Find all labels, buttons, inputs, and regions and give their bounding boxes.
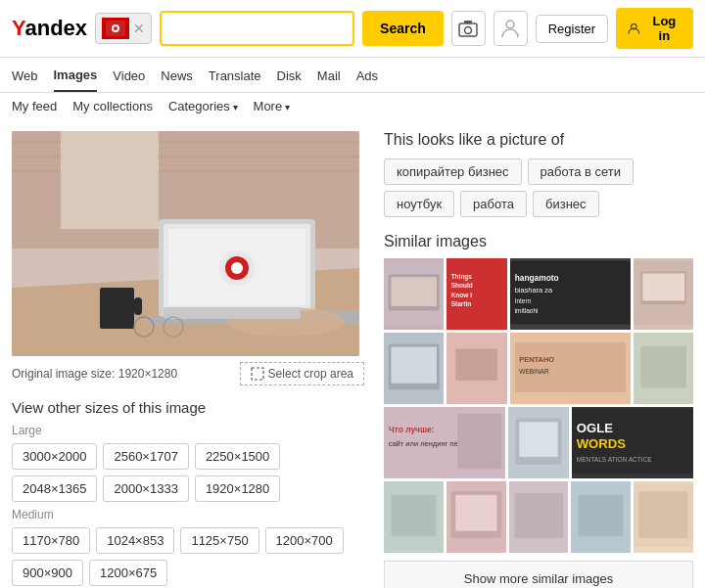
similar-image-5[interactable]	[384, 333, 444, 404]
svg-text:hangamoto: hangamoto	[514, 273, 558, 283]
svg-text:MENTALS ATION ACTICE: MENTALS ATION ACTICE	[577, 456, 653, 463]
person-icon[interactable]	[494, 11, 528, 46]
svg-text:Startin: Startin	[451, 300, 472, 307]
size-1170x780[interactable]: 1170×780	[12, 527, 90, 554]
search-thumbnail[interactable]: ✕	[95, 13, 152, 44]
header-right: Register Log in	[536, 8, 693, 49]
svg-point-2	[114, 26, 118, 30]
similar-image-8[interactable]	[634, 333, 693, 404]
category-laptop[interactable]: ноутбук	[384, 191, 454, 217]
tab-translate[interactable]: Translate	[209, 63, 261, 91]
tab-mail[interactable]: Mail	[317, 63, 341, 91]
sub-nav-categories[interactable]: Categories	[168, 99, 238, 113]
main-image[interactable]	[12, 131, 359, 356]
svg-text:Intern: Intern	[514, 297, 531, 304]
svg-rect-47	[391, 347, 437, 384]
svg-rect-44	[642, 273, 684, 300]
size-2000x1333[interactable]: 2000×1333	[103, 475, 188, 502]
select-crop-button[interactable]: Select crop area	[240, 362, 364, 385]
svg-rect-49	[456, 348, 498, 381]
svg-rect-68	[391, 495, 436, 536]
login-button[interactable]: Log in	[616, 8, 693, 49]
similar-image-15[interactable]	[571, 481, 631, 553]
size-1024x853[interactable]: 1024×853	[96, 527, 174, 554]
svg-rect-62	[519, 422, 557, 457]
size-1200x700[interactable]: 1200×700	[265, 527, 344, 554]
category-tags: копирайтер бизнес работа в сети ноутбук …	[384, 158, 693, 217]
svg-rect-77	[639, 491, 688, 538]
svg-rect-75	[579, 495, 624, 536]
svg-text:Что лучше:: Что лучше:	[389, 425, 435, 434]
svg-rect-22	[100, 288, 134, 329]
similar-image-16[interactable]	[634, 481, 693, 553]
main-content: Original image size: 1920×1280 Select cr…	[0, 119, 705, 588]
tab-ads[interactable]: Ads	[356, 63, 378, 91]
show-more-button[interactable]: Show more similar images	[384, 561, 693, 588]
sub-nav-my-feed[interactable]: My feed	[12, 99, 57, 113]
similar-image-13[interactable]	[446, 481, 506, 553]
svg-text:сайт или лендинг пе: сайт или лендинг пе	[389, 439, 458, 448]
size-900x900[interactable]: 900×900	[12, 560, 83, 586]
similar-image-11[interactable]: OGLEWORDSMENTALS ATION ACTICE	[572, 407, 693, 478]
similar-title: Similar images	[384, 233, 693, 250]
category-work-online[interactable]: работа в сети	[528, 158, 634, 185]
svg-point-4	[465, 27, 472, 34]
similar-image-12[interactable]	[384, 481, 444, 553]
similar-image-6[interactable]	[446, 333, 506, 404]
size-2560x1707[interactable]: 2560×1707	[103, 443, 188, 470]
svg-rect-13	[61, 131, 159, 229]
camera-icon[interactable]	[451, 11, 486, 46]
svg-rect-55	[640, 346, 686, 388]
similar-image-3[interactable]: hangamotobiashara zaInternimitlaohi	[510, 258, 631, 330]
similar-image-14[interactable]	[509, 481, 569, 553]
size-1920x1280[interactable]: 1920×1280	[195, 475, 280, 502]
similar-images-grid: ThingsShouldKnow IStartin hangamotobiash…	[384, 258, 693, 553]
sub-nav: My feed My collections Categories More	[0, 93, 705, 119]
mosaic-row-3: Что лучше:сайт или лендинг пе OGLEWORDSM…	[384, 407, 693, 478]
right-panel: This looks like a picture of копирайтер …	[384, 131, 693, 588]
svg-rect-73	[514, 493, 563, 538]
left-panel: Original image size: 1920×1280 Select cr…	[12, 131, 364, 588]
svg-rect-59	[457, 414, 501, 469]
sub-nav-more[interactable]: More	[254, 99, 290, 113]
register-button[interactable]: Register	[536, 15, 608, 43]
nav-tabs: Web Images Video News Translate Disk Mai…	[0, 58, 705, 93]
size-1125x750[interactable]: 1125×750	[180, 527, 258, 554]
similar-image-1[interactable]	[384, 258, 444, 330]
logo: Yandex	[12, 16, 87, 41]
sub-nav-collections[interactable]: My collections	[72, 99, 153, 113]
category-business[interactable]: бизнес	[533, 191, 599, 217]
size-3000x2000[interactable]: 3000×2000	[12, 443, 97, 470]
svg-rect-28	[252, 368, 263, 380]
tab-images[interactable]: Images	[54, 62, 98, 92]
similar-image-9[interactable]: Что лучше:сайт или лендинг пе	[384, 407, 505, 478]
search-button[interactable]: Search	[362, 11, 444, 46]
similar-image-4[interactable]	[634, 258, 693, 330]
search-input[interactable]	[160, 11, 354, 46]
size-2048x1365[interactable]: 2048×1365	[12, 475, 97, 502]
tab-web[interactable]: Web	[12, 63, 38, 91]
similar-image-7[interactable]: PENTAHOWEBINAR	[510, 333, 631, 404]
tab-video[interactable]: Video	[113, 63, 145, 91]
similar-image-2[interactable]: ThingsShouldKnow IStartin	[446, 258, 506, 330]
similar-image-10[interactable]	[508, 407, 569, 478]
svg-rect-23	[134, 297, 142, 315]
mosaic-row-4	[384, 481, 693, 553]
svg-text:imitlaohi: imitlaohi	[514, 307, 538, 314]
size-2250x1500[interactable]: 2250×1500	[195, 443, 280, 470]
tab-news[interactable]: News	[161, 63, 193, 91]
tab-disk[interactable]: Disk	[277, 63, 302, 91]
category-copywriter[interactable]: копирайтер бизнес	[384, 158, 522, 185]
close-icon[interactable]: ✕	[133, 21, 145, 36]
svg-text:biashara za: biashara za	[514, 286, 552, 294]
size-1200x675[interactable]: 1200×675	[89, 560, 167, 586]
category-work[interactable]: работа	[460, 191, 527, 217]
thumbnail-image	[102, 18, 129, 39]
svg-text:Know I: Know I	[451, 292, 472, 298]
sizes-section: View other sizes of this image Large 300…	[12, 399, 364, 586]
svg-text:OGLE: OGLE	[577, 421, 613, 435]
large-label: Large	[12, 424, 364, 437]
image-info: Original image size: 1920×1280 Select cr…	[12, 362, 364, 385]
medium-sizes: 1170×780 1024×853 1125×750 1200×700 900×…	[12, 527, 364, 586]
header: Yandex ✕ Search Register	[0, 0, 705, 58]
